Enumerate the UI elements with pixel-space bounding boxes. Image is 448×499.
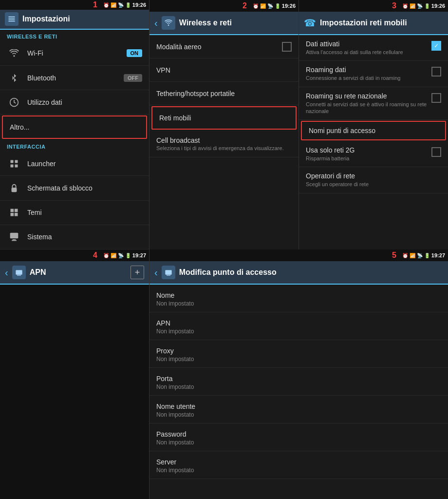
svg-rect-10 bbox=[15, 209, 18, 212]
svg-rect-0 bbox=[8, 17, 15, 18]
svg-rect-15 bbox=[12, 240, 17, 241]
password-field-label: Password bbox=[156, 430, 441, 438]
utilizzo-dati-item[interactable]: Utilizzo dati bbox=[0, 90, 149, 115]
sblocco-label: Schermata di sblocco bbox=[27, 184, 142, 192]
utilizzo-label: Utilizzo dati bbox=[27, 98, 142, 106]
status-time-5: 19:27 bbox=[431, 252, 445, 258]
lock-icon bbox=[7, 181, 21, 195]
temi-icon bbox=[7, 205, 21, 220]
step-number-2: 2 bbox=[243, 1, 247, 10]
roaming-dati-checkbox[interactable] bbox=[431, 67, 441, 77]
cell-broadcast-text: Cell broadcast Seleziona i tipi di avvis… bbox=[156, 136, 292, 151]
porta-field-value: Non impostato bbox=[156, 384, 441, 390]
porta-field[interactable]: Porta Non impostato bbox=[149, 368, 448, 396]
tethering-label: Tethering/hotspot portatile bbox=[156, 90, 292, 97]
panel-2: 2 ⏰ 📶 📡 🔋 19:26 ‹ Wireless e reti Modali… bbox=[149, 0, 299, 250]
temi-item[interactable]: Temi bbox=[0, 201, 149, 225]
vpn-label: VPN bbox=[156, 66, 292, 74]
nome-utente-field[interactable]: Nome utente Non impostato bbox=[149, 396, 448, 423]
add-apn-button[interactable]: + bbox=[131, 266, 144, 279]
password-field[interactable]: Password Non impostato bbox=[149, 423, 448, 451]
apn-empty-area bbox=[0, 285, 149, 499]
back-arrow-2[interactable]: ‹ bbox=[154, 18, 158, 29]
svg-rect-4 bbox=[11, 160, 14, 163]
header-1: Impostazioni bbox=[0, 10, 149, 30]
cell-broadcast-item[interactable]: Cell broadcast Seleziona i tipi di avvis… bbox=[149, 131, 299, 157]
svg-rect-11 bbox=[11, 213, 14, 216]
reti-mobili-item[interactable]: Reti mobili bbox=[151, 106, 297, 130]
status-icons-5: ⏰ 📶 📡 🔋 19:27 bbox=[402, 252, 445, 258]
roaming-nazionale-cb-col bbox=[431, 92, 441, 103]
server-field[interactable]: Server Non impostato bbox=[149, 451, 448, 479]
nomi-accesso-label: Nomi punti di accesso bbox=[309, 127, 438, 134]
nome-utente-field-value: Non impostato bbox=[156, 411, 441, 418]
svg-rect-17 bbox=[17, 275, 21, 275]
roaming-nazionale-item[interactable]: Roaming su rete nazionale Connetti ai se… bbox=[299, 87, 448, 120]
sistema-item[interactable]: Sistema bbox=[0, 225, 149, 250]
header-2: ‹ Wireless e reti bbox=[149, 12, 299, 35]
utilizzo-text: Utilizzo dati bbox=[27, 98, 142, 106]
roaming-nazionale-checkbox[interactable] bbox=[431, 93, 441, 103]
wifi-item[interactable]: Wi-Fi ON bbox=[0, 41, 149, 66]
operatori-desc: Scegli un operatore di rete bbox=[306, 181, 441, 188]
aereo-item[interactable]: Modalità aereo bbox=[149, 35, 299, 58]
apn-field-label: APN bbox=[156, 319, 441, 327]
solo-2g-label: Usa solo reti 2G bbox=[306, 146, 428, 154]
wireless-icon bbox=[162, 16, 175, 30]
nome-field[interactable]: Nome Non impostato bbox=[149, 285, 448, 312]
wifi-label: Wi-Fi bbox=[27, 49, 127, 57]
dati-attivati-item[interactable]: Dati attivati Attiva l'accesso ai dati s… bbox=[299, 35, 448, 61]
roaming-dati-cb-col bbox=[431, 66, 441, 77]
temi-text: Temi bbox=[27, 209, 142, 216]
apn-field[interactable]: APN Non impostato bbox=[149, 312, 448, 340]
launcher-icon bbox=[7, 156, 21, 171]
launcher-text: Launcher bbox=[27, 160, 142, 168]
aereo-text: Modalità aereo bbox=[156, 43, 282, 51]
status-time-4: 19:27 bbox=[132, 252, 146, 258]
vpn-item[interactable]: VPN bbox=[149, 58, 299, 82]
nomi-accesso-item[interactable]: Nomi punti di accesso bbox=[301, 121, 446, 140]
altro-text: Altro... bbox=[10, 123, 139, 131]
bluetooth-label: Bluetooth bbox=[27, 74, 124, 82]
back-arrow-4[interactable]: ‹ bbox=[5, 267, 8, 278]
bluetooth-item[interactable]: Bluetooth OFF bbox=[0, 66, 149, 90]
svg-rect-9 bbox=[11, 209, 14, 212]
back-arrow-3[interactable]: ☎ bbox=[304, 17, 316, 29]
step-number-3: 3 bbox=[392, 1, 396, 10]
server-field-value: Non impostato bbox=[156, 467, 441, 474]
status-time-1: 19:26 bbox=[132, 2, 146, 8]
battery-icon-5: 🔋 bbox=[424, 253, 430, 258]
roaming-dati-item[interactable]: Roaming dati Connessione a servizi di da… bbox=[299, 61, 448, 87]
clock-icon-4: ⏰ bbox=[103, 253, 109, 258]
back-arrow-5[interactable]: ‹ bbox=[154, 267, 158, 278]
apn-icon bbox=[12, 266, 26, 279]
sblocco-item[interactable]: Schermata di sblocco bbox=[0, 176, 149, 200]
solo-2g-item[interactable]: Usa solo reti 2G Risparmia batteria bbox=[299, 141, 448, 167]
aereo-checkbox[interactable] bbox=[282, 42, 292, 52]
svg-rect-13 bbox=[10, 233, 19, 239]
wifi-toggle[interactable]: ON bbox=[127, 49, 143, 57]
sistema-label: Sistema bbox=[27, 233, 142, 241]
status-bar-4: 4 ⏰ 📶 📡 🔋 19:27 bbox=[0, 250, 149, 261]
operatori-text: Operatori di rete Scegli un operatore di… bbox=[306, 172, 441, 188]
operatori-item[interactable]: Operatori di rete Scegli un operatore di… bbox=[299, 167, 448, 193]
status-icons-3: ⏰ 📶 📡 🔋 19:26 bbox=[402, 3, 445, 9]
panel4-title: APN bbox=[30, 268, 131, 277]
dati-attivati-cb-col: ✓ bbox=[431, 40, 441, 51]
panel1-title: Impostazioni bbox=[22, 15, 144, 23]
apn-field-value: Non impostato bbox=[156, 328, 441, 335]
roaming-nazionale-desc: Connetti ai servizi dati se è attivo il … bbox=[306, 101, 428, 115]
nome-field-label: Nome bbox=[156, 291, 441, 299]
svg-rect-19 bbox=[167, 275, 170, 275]
tethering-item[interactable]: Tethering/hotspot portatile bbox=[149, 82, 299, 105]
proxy-field[interactable]: Proxy Non impostato bbox=[149, 340, 448, 368]
bluetooth-toggle[interactable]: OFF bbox=[124, 74, 142, 82]
step-number-1: 1 bbox=[93, 0, 97, 9]
wifi-status-icon-5: 📶 bbox=[410, 253, 415, 258]
solo-2g-checkbox[interactable] bbox=[431, 147, 441, 157]
solo-2g-text: Usa solo reti 2G Risparmia batteria bbox=[306, 146, 428, 162]
dati-attivati-checkbox[interactable]: ✓ bbox=[431, 41, 441, 51]
launcher-item[interactable]: Launcher bbox=[0, 152, 149, 176]
solo-2g-desc: Risparmia batteria bbox=[306, 155, 428, 162]
altro-item[interactable]: Altro... bbox=[2, 115, 147, 139]
